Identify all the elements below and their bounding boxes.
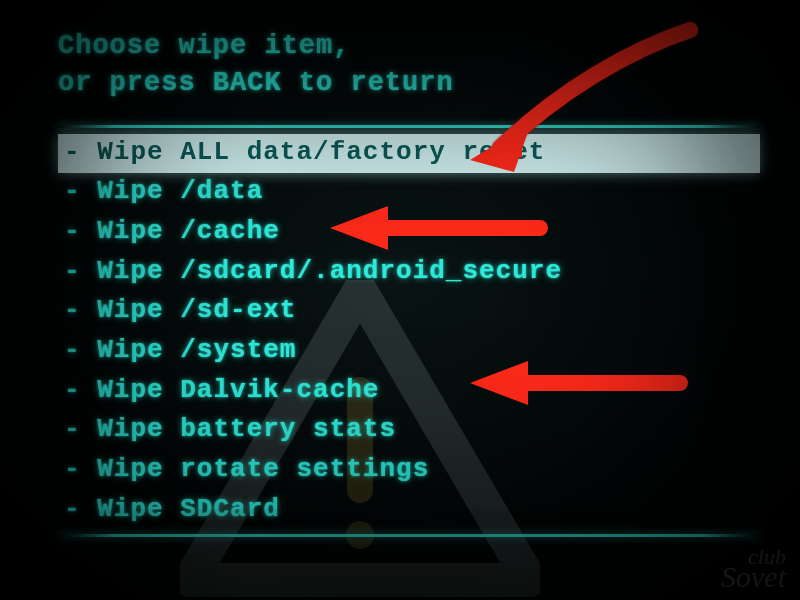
menu-item-8[interactable]: - Wipe rotate settings: [58, 451, 760, 491]
header-line-2: or press BACK to return: [58, 65, 760, 102]
menu-item-5[interactable]: - Wipe /system: [58, 332, 760, 372]
menu-item-7[interactable]: - Wipe battery stats: [58, 411, 760, 451]
menu-item-1[interactable]: - Wipe /data: [58, 173, 760, 213]
menu-item-9[interactable]: - Wipe SDCard: [58, 491, 760, 531]
watermark-line-2: Sovet: [721, 563, 786, 590]
divider: [58, 125, 760, 128]
watermark: club Sovet: [721, 547, 786, 590]
divider: [58, 534, 760, 537]
header-line-1: Choose wipe item,: [58, 28, 760, 65]
menu-item-3[interactable]: - Wipe /sdcard/.android_secure: [58, 253, 760, 293]
menu-item-4[interactable]: - Wipe /sd-ext: [58, 292, 760, 332]
menu-item-6[interactable]: - Wipe Dalvik-cache: [58, 372, 760, 412]
wipe-menu: - Wipe ALL data/factory reset- Wipe /dat…: [58, 134, 760, 531]
menu-header: Choose wipe item, or press BACK to retur…: [58, 28, 760, 103]
recovery-screen: Choose wipe item, or press BACK to retur…: [0, 0, 800, 600]
menu-item-0[interactable]: - Wipe ALL data/factory reset: [58, 134, 760, 174]
menu-item-2[interactable]: - Wipe /cache: [58, 213, 760, 253]
